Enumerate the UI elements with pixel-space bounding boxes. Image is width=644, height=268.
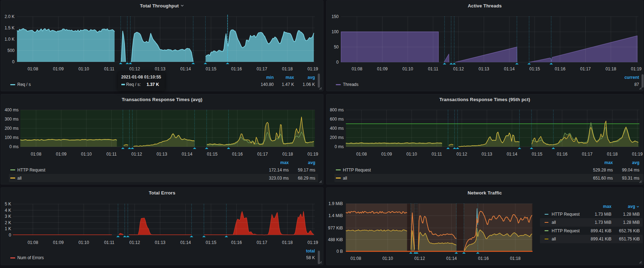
svg-text:01:19: 01:19 xyxy=(307,66,318,71)
svg-text:01:08: 01:08 xyxy=(356,152,367,157)
svg-text:1.5 K: 1.5 K xyxy=(5,25,15,30)
svg-text:01:15: 01:15 xyxy=(529,66,540,71)
svg-text:01:18: 01:18 xyxy=(282,66,293,71)
svg-text:01:08: 01:08 xyxy=(28,66,38,71)
svg-text:0 B: 0 B xyxy=(337,249,343,254)
svg-text:01:12: 01:12 xyxy=(414,256,425,261)
svg-text:01:17: 01:17 xyxy=(257,66,267,71)
svg-text:200 ms: 200 ms xyxy=(330,135,344,140)
svg-text:01:14: 01:14 xyxy=(180,240,191,245)
svg-text:01:12: 01:12 xyxy=(130,240,140,245)
svg-text:01:12: 01:12 xyxy=(131,152,142,157)
svg-text:01:14: 01:14 xyxy=(446,256,457,261)
svg-text:01:14: 01:14 xyxy=(507,152,517,157)
svg-text:01:11: 01:11 xyxy=(104,240,114,245)
svg-text:01:11: 01:11 xyxy=(432,152,442,157)
svg-text:01:09: 01:09 xyxy=(56,152,67,157)
svg-text:01:16: 01:16 xyxy=(232,152,243,157)
svg-text:01:13: 01:13 xyxy=(156,152,167,157)
svg-text:01:16: 01:16 xyxy=(478,256,489,261)
svg-text:01:17: 01:17 xyxy=(580,66,591,71)
svg-text:50: 50 xyxy=(334,45,339,49)
svg-text:1.0 K: 1.0 K xyxy=(5,37,15,42)
svg-text:400 ms: 400 ms xyxy=(330,126,344,131)
svg-text:01:17: 01:17 xyxy=(257,240,267,245)
svg-text:2.0 K: 2.0 K xyxy=(5,14,15,19)
svg-text:300 ms: 300 ms xyxy=(5,117,18,122)
svg-text:01:17: 01:17 xyxy=(257,152,268,157)
svg-text:4 K: 4 K xyxy=(5,208,11,213)
svg-text:01:15: 01:15 xyxy=(206,240,216,245)
svg-text:01:12: 01:12 xyxy=(456,152,467,157)
svg-text:01:19: 01:19 xyxy=(307,240,318,245)
svg-text:3 K: 3 K xyxy=(5,214,11,219)
svg-text:0: 0 xyxy=(9,233,11,238)
svg-text:01:18: 01:18 xyxy=(607,152,617,157)
svg-text:01:11: 01:11 xyxy=(428,66,438,71)
svg-text:01:09: 01:09 xyxy=(377,66,387,71)
svg-text:01:19: 01:19 xyxy=(631,66,642,71)
svg-text:0: 0 xyxy=(336,60,339,65)
svg-text:01:16: 01:16 xyxy=(231,66,242,71)
svg-text:01:13: 01:13 xyxy=(478,66,489,71)
svg-text:01:09: 01:09 xyxy=(381,152,392,157)
svg-text:01:19: 01:19 xyxy=(632,152,643,157)
svg-text:01:13: 01:13 xyxy=(482,152,492,157)
svg-text:01:10: 01:10 xyxy=(79,240,89,245)
svg-text:01:16: 01:16 xyxy=(231,240,242,245)
svg-text:01:10: 01:10 xyxy=(406,152,417,157)
svg-text:01:09: 01:09 xyxy=(53,66,64,71)
svg-text:5 K: 5 K xyxy=(5,202,11,206)
svg-text:100 ms: 100 ms xyxy=(5,135,18,140)
svg-text:500: 500 xyxy=(7,48,15,53)
svg-text:600 ms: 600 ms xyxy=(330,117,344,122)
svg-text:01:16: 01:16 xyxy=(555,66,565,71)
svg-text:01:13: 01:13 xyxy=(155,66,165,71)
svg-text:100: 100 xyxy=(332,29,339,34)
svg-text:01:19: 01:19 xyxy=(307,152,318,157)
svg-text:01:14: 01:14 xyxy=(504,66,514,71)
svg-text:01:08: 01:08 xyxy=(351,256,361,261)
svg-text:200 ms: 200 ms xyxy=(5,126,18,131)
svg-text:0 ms: 0 ms xyxy=(9,144,18,149)
svg-text:01:17: 01:17 xyxy=(582,152,592,157)
svg-text:2 K: 2 K xyxy=(5,220,11,225)
svg-text:01:10: 01:10 xyxy=(79,66,89,71)
svg-text:01:11: 01:11 xyxy=(107,152,117,157)
svg-text:0: 0 xyxy=(12,59,15,64)
svg-text:01:18: 01:18 xyxy=(282,240,293,245)
svg-text:01:08: 01:08 xyxy=(28,240,38,245)
svg-text:01:10: 01:10 xyxy=(402,66,413,71)
svg-text:400 ms: 400 ms xyxy=(5,107,18,112)
svg-text:01:09: 01:09 xyxy=(53,240,64,245)
svg-text:01:10: 01:10 xyxy=(383,256,393,261)
svg-text:1 K: 1 K xyxy=(5,226,11,231)
svg-text:01:14: 01:14 xyxy=(180,66,191,71)
svg-text:0 ms: 0 ms xyxy=(334,144,344,149)
svg-text:01:18: 01:18 xyxy=(510,256,521,261)
svg-text:150: 150 xyxy=(332,14,339,19)
svg-text:01:11: 01:11 xyxy=(104,66,114,71)
svg-text:01:16: 01:16 xyxy=(557,152,568,157)
svg-text:01:08: 01:08 xyxy=(31,152,41,157)
svg-text:01:08: 01:08 xyxy=(352,66,362,71)
svg-text:01:15: 01:15 xyxy=(207,152,218,157)
svg-text:01:12: 01:12 xyxy=(453,66,464,71)
svg-text:01:15: 01:15 xyxy=(206,66,216,71)
svg-text:01:13: 01:13 xyxy=(155,240,165,245)
svg-text:01:14: 01:14 xyxy=(182,152,192,157)
svg-text:01:15: 01:15 xyxy=(532,152,542,157)
svg-text:01:10: 01:10 xyxy=(81,152,92,157)
svg-text:01:12: 01:12 xyxy=(130,66,140,71)
svg-text:01:18: 01:18 xyxy=(282,152,293,157)
svg-text:800 ms: 800 ms xyxy=(330,107,344,112)
svg-text:01:18: 01:18 xyxy=(605,66,616,71)
